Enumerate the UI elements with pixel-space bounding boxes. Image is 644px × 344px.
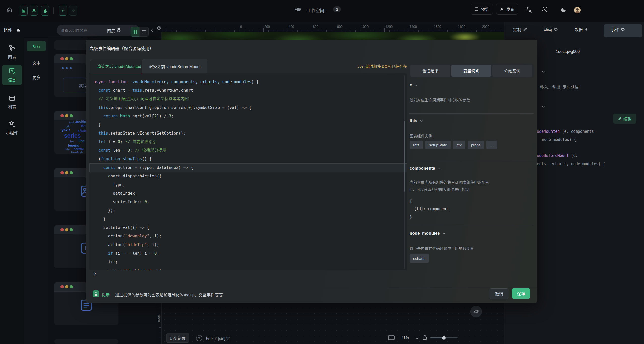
code-line[interactable]: } xyxy=(89,215,407,223)
code-editor[interactable]: async function vnodeMounted(e, component… xyxy=(89,73,407,270)
tab-data[interactable]: 数据 xyxy=(575,26,589,32)
language-icon[interactable] xyxy=(525,7,532,14)
workspace-count-badge: 2 xyxy=(333,6,341,12)
tab-examples[interactable]: 介绍案例 xyxy=(492,65,532,77)
tab-animation[interactable]: 动画 xyxy=(544,26,558,32)
list-view-toggle[interactable] xyxy=(139,27,149,37)
code-line[interactable]: const action = (type, dataIndex) => { xyxy=(89,163,407,172)
section-this-desc: 图表组件实例 xyxy=(410,133,432,138)
tab-events[interactable]: 事件 xyxy=(611,26,625,32)
green-dot-icon xyxy=(70,171,73,174)
code-line[interactable]: dataIndex, xyxy=(89,189,407,198)
code-line[interactable]: this.setupState.vEchartsSetOption(); xyxy=(89,129,407,138)
tab-vnodeMounted[interactable]: 渲染之后-vnodeMounted xyxy=(90,59,148,73)
editor-scrollbar-thumb[interactable] xyxy=(404,121,405,192)
filter-tab-more[interactable]: 更多 xyxy=(27,72,46,83)
red-dot-icon xyxy=(60,57,64,60)
search-input[interactable] xyxy=(57,25,140,36)
code-line[interactable]: action("highlight", i); xyxy=(89,266,407,270)
tab-vnodeBeforeMount[interactable]: 渲染之前-vnodeBeforeMount xyxy=(142,59,207,73)
section-name: e xyxy=(410,83,412,88)
chevron-down-icon[interactable] xyxy=(541,70,545,74)
code-line[interactable]: i++; xyxy=(89,258,407,266)
advanced-event-editor-modal: 高级事件编辑器（配合源码使用） 渲染之后-vnodeMounted 渲染之前-v… xyxy=(86,40,537,303)
code-line[interactable]: type, xyxy=(89,180,407,189)
zoom-level-select[interactable]: 41% xyxy=(401,335,409,340)
drop-tool-button[interactable] xyxy=(41,6,49,16)
tag-pill[interactable]: props xyxy=(468,141,484,149)
code-line[interactable]: } xyxy=(89,120,407,129)
tag-pill[interactable]: ctx xyxy=(453,141,465,149)
sidebar-item-charts[interactable]: 图表 xyxy=(2,42,22,62)
code-line[interactable]: let i = 0; // 当前轮播索引 xyxy=(89,138,407,146)
section-name: this xyxy=(410,118,417,123)
redo-button[interactable] xyxy=(69,6,77,16)
chart-tool-button[interactable] xyxy=(20,6,28,16)
code-line[interactable]: (function showTips() { xyxy=(89,155,407,163)
section-node-modules[interactable]: node_modules xyxy=(410,231,446,236)
tab-variable-docs[interactable]: 变量说明 xyxy=(451,65,492,77)
tab-validation-result[interactable]: 验证结果 xyxy=(410,65,450,77)
tag-pill[interactable]: setupState xyxy=(425,141,451,149)
section-e-desc: 触发对应生命周期事件时接收的参数 xyxy=(410,97,470,102)
dark-mode-moon-icon[interactable] xyxy=(561,7,567,13)
node-modules-tags: echarts xyxy=(410,254,429,263)
code-line[interactable]: this.props.chartConfig.option.series[0].… xyxy=(89,103,407,112)
collapse-panel-chevron[interactable] xyxy=(150,28,155,32)
tag-pill[interactable]: ... xyxy=(486,141,497,149)
sidebar-item-info[interactable]: 信息 xyxy=(2,65,22,85)
ruler-corner-crosshair-icon[interactable] xyxy=(157,25,162,30)
editor-scrollbar[interactable] xyxy=(404,75,405,269)
grid-view-toggle[interactable] xyxy=(131,27,140,37)
history-button[interactable]: 历史记录 xyxy=(166,333,189,343)
code-line[interactable]: action("hideTip", i); xyxy=(89,241,407,249)
code-line[interactable]: chart.dispatchAction({ xyxy=(89,172,407,180)
help-icon[interactable]: ? xyxy=(196,335,202,341)
user-avatar[interactable] xyxy=(574,7,581,13)
section-e[interactable]: e xyxy=(410,83,418,88)
section-components[interactable]: components xyxy=(410,166,441,171)
chevron-down-icon[interactable] xyxy=(541,104,545,109)
edit-events-button[interactable]: 编辑 xyxy=(613,114,636,124)
section-this[interactable]: this xyxy=(410,118,423,123)
publish-button[interactable]: 发布 xyxy=(496,4,518,15)
tag-pill[interactable]: echarts xyxy=(410,254,429,263)
filter-tab-all[interactable]: 所有 xyxy=(27,41,46,51)
tab-label: 事件 xyxy=(611,26,619,32)
chevron-down-icon xyxy=(414,83,418,87)
preview-button[interactable]: 预览 xyxy=(471,4,493,15)
code-line[interactable]: if (i === len) i = 0; xyxy=(89,249,407,258)
component-card-fragment[interactable] xyxy=(54,339,118,344)
code-line[interactable]: const chart = this.refs.vChartRef.chart xyxy=(89,86,407,95)
key-hint-text: 按下了 [ctrl] 键 xyxy=(206,336,230,341)
section-node-desc: 以下是内置在代码环境中可用的包变量 xyxy=(410,246,474,251)
sidebar-item-widgets[interactable]: 小组件 xyxy=(2,118,22,138)
keyboard-icon[interactable] xyxy=(388,335,395,340)
save-button[interactable]: 保存 xyxy=(512,288,530,299)
chevron-down-icon[interactable] xyxy=(415,337,419,340)
magic-wand-icon[interactable] xyxy=(542,7,548,13)
code-line[interactable]: return Math.sqrt(val[2]) / 3; xyxy=(89,112,407,120)
code-line[interactable]: async function vnodeMounted(e, component… xyxy=(89,77,407,86)
cancel-button[interactable]: 取消 xyxy=(490,288,508,299)
layers-tool-button[interactable] xyxy=(30,6,38,16)
code-line[interactable]: const len = 3; // 轮播部分提示 xyxy=(89,146,407,155)
theme-planet-button[interactable] xyxy=(470,306,482,317)
modal-tips-text: tips: 此时组件 DOM 已经存在 xyxy=(338,63,407,69)
zoom-slider[interactable] xyxy=(430,337,458,338)
ruler-label: 200 xyxy=(264,25,270,29)
wordcloud-word: yAxis xyxy=(62,128,70,132)
code-line[interactable]: seriesIndex: 0, xyxy=(89,198,407,206)
code-line[interactable]: setInterval(() => { xyxy=(89,223,407,232)
tag-pill[interactable]: refs xyxy=(410,141,423,149)
home-icon[interactable] xyxy=(7,7,12,13)
code-line[interactable]: action("downplay", i); xyxy=(89,232,407,241)
zoom-slider-handle[interactable] xyxy=(442,336,446,340)
undo-button[interactable] xyxy=(59,6,67,16)
sidebar-item-list[interactable]: 列表 xyxy=(2,92,22,112)
tab-customize[interactable]: 定制 xyxy=(513,26,527,32)
code-line[interactable]: // 定义地图原点大小 同理可自定义标签等等内容 xyxy=(89,95,407,103)
lock-icon[interactable] xyxy=(422,335,427,340)
code-line[interactable]: }); xyxy=(89,206,407,215)
filter-tab-text[interactable]: 文本 xyxy=(27,57,46,68)
